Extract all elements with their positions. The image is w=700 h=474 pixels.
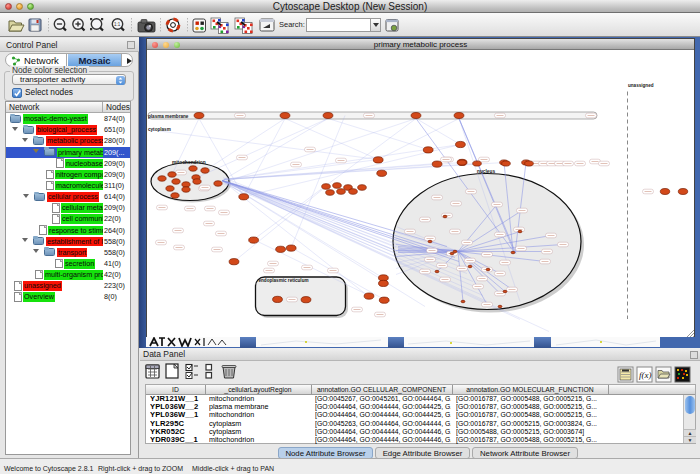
svg-text:f(x): f(x) (639, 370, 652, 380)
svg-text:cytoplasm: cytoplasm (148, 127, 171, 132)
svg-text:mitochondrion: mitochondrion (172, 160, 206, 165)
svg-text:plasma membrane: plasma membrane (148, 114, 189, 119)
svg-text:unassigned: unassigned (628, 83, 654, 88)
svg-text:1:1: 1:1 (114, 22, 121, 27)
svg-text:endoplasmic reticulum: endoplasmic reticulum (259, 278, 309, 283)
svg-text:nucleus: nucleus (477, 169, 495, 174)
